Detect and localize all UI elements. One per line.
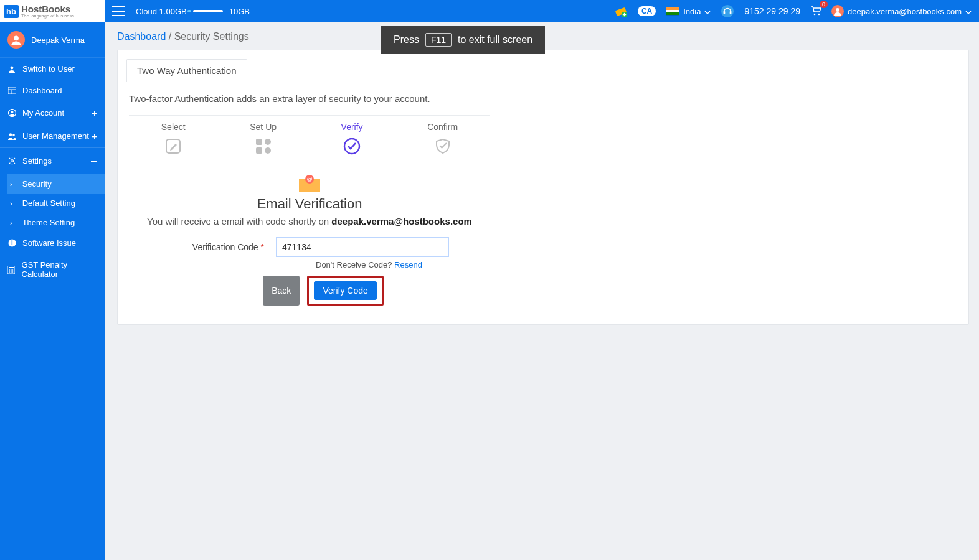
- resend-row: Don't Receive Code? Resend: [129, 260, 490, 269]
- sidebar-item-default-setting[interactable]: ›Default Setting: [7, 194, 105, 213]
- menu-toggle-icon[interactable]: [112, 6, 125, 16]
- security-panel: Two Way Authentication Two-factor Authen…: [117, 50, 969, 325]
- svg-point-28: [265, 139, 271, 145]
- svg-point-5: [814, 13, 816, 15]
- svg-point-25: [12, 271, 14, 273]
- expand-icon: +: [92, 131, 97, 141]
- sidebar-item-security[interactable]: ›Security: [7, 174, 105, 194]
- sidebar-item-switch-user[interactable]: Switch to User: [0, 58, 105, 80]
- ticket-icon[interactable]: [614, 4, 628, 18]
- avatar-icon: [7, 31, 25, 49]
- breadcrumb-root-link[interactable]: Dashboard: [117, 31, 166, 42]
- account-icon: [7, 109, 16, 118]
- email-icon: @: [299, 175, 320, 192]
- verify-button-highlight: Verify Code: [307, 276, 383, 306]
- svg-point-24: [11, 271, 12, 273]
- sidebar-item-theme-setting[interactable]: ›Theme Setting: [7, 213, 105, 232]
- chevron-right-icon: ›: [10, 219, 12, 226]
- sidebar: Deepak Verma Switch to User Dashboard My…: [0, 22, 105, 560]
- support-icon[interactable]: [721, 4, 734, 18]
- sidebar-user[interactable]: Deepak Verma: [0, 22, 105, 58]
- tab-two-way-auth[interactable]: Two Way Authentication: [126, 59, 247, 82]
- resend-link[interactable]: Resend: [394, 260, 422, 269]
- shield-icon: [432, 136, 453, 157]
- main-content: Dashboard / Security Settings Two Way Au…: [105, 22, 979, 560]
- step-setup: Set Up: [250, 122, 277, 157]
- svg-point-8: [14, 36, 19, 41]
- verify-code-button[interactable]: Verify Code: [314, 281, 376, 300]
- cart-icon[interactable]: 0: [810, 6, 821, 17]
- country-selector[interactable]: India: [666, 7, 711, 16]
- support-phone: 9152 29 29 29: [744, 6, 800, 16]
- svg-text:i: i: [11, 240, 13, 246]
- svg-rect-19: [9, 267, 14, 268]
- cloud-label: Cloud 1.00GB: [136, 7, 187, 16]
- sidebar-item-my-account[interactable]: My Account +: [0, 101, 105, 124]
- svg-rect-10: [8, 87, 16, 94]
- svg-point-13: [9, 133, 12, 136]
- email-verify-block: @ Email Verification You will receive a …: [129, 175, 490, 306]
- brand-name: HostBooks: [21, 4, 74, 14]
- svg-point-12: [11, 111, 13, 113]
- sidebar-username: Deepak Verma: [31, 35, 85, 45]
- svg-point-14: [12, 134, 15, 136]
- svg-point-23: [9, 271, 11, 273]
- brand-tagline: The language of business: [21, 14, 74, 18]
- verification-code-row: Verification Code *: [129, 238, 490, 256]
- sidebar-item-dashboard[interactable]: Dashboard: [0, 80, 105, 101]
- step-indicator: Select Set Up Verify Confirm: [129, 115, 490, 166]
- svg-rect-4: [730, 11, 732, 14]
- svg-rect-29: [256, 147, 262, 154]
- country-label: India: [683, 7, 701, 16]
- breadcrumb-current: Security Settings: [174, 31, 249, 42]
- step-select: Select: [161, 122, 186, 157]
- topbar: hb HostBooks The language of business Cl…: [0, 0, 979, 22]
- calculator-icon: [7, 265, 16, 274]
- tab-strip: Two Way Authentication: [118, 50, 968, 82]
- chevron-down-icon: [965, 7, 972, 16]
- svg-rect-27: [256, 139, 262, 145]
- user-menu[interactable]: deepak.verma@hostbooks.com: [831, 5, 972, 17]
- sidebar-item-user-management[interactable]: User Management +: [0, 124, 105, 147]
- sidebar-item-software-issue[interactable]: i Software Issue: [0, 232, 105, 254]
- svg-point-15: [11, 160, 13, 162]
- verification-code-label: Verification Code *: [171, 242, 264, 252]
- svg-point-20: [9, 269, 11, 271]
- svg-point-21: [11, 269, 12, 271]
- info-icon: i: [7, 239, 16, 248]
- collapse-icon: –: [91, 154, 97, 167]
- back-button[interactable]: Back: [263, 276, 300, 306]
- verify-subtitle: You will receive a email with code short…: [129, 216, 490, 226]
- sidebar-item-gst-calculator[interactable]: GST Penalty Calculator: [0, 254, 105, 285]
- chevron-down-icon: [704, 7, 711, 16]
- svg-point-2: [721, 5, 734, 17]
- sidebar-item-settings[interactable]: Settings –: [0, 147, 105, 174]
- two-fa-description: Two-factor Authentication adds an extra …: [118, 82, 968, 106]
- cloud-progress-bar: [193, 10, 223, 12]
- verification-code-input[interactable]: [277, 238, 448, 256]
- svg-point-30: [265, 147, 271, 154]
- dashboard-icon: [7, 86, 16, 95]
- chevron-right-icon: ›: [10, 200, 12, 207]
- check-circle-icon: [341, 136, 362, 157]
- svg-rect-3: [724, 11, 726, 14]
- fullscreen-tip: Press F11 to exit full screen: [381, 26, 545, 54]
- chevron-right-icon: ›: [10, 180, 12, 188]
- brand-logo[interactable]: hb HostBooks The language of business: [0, 0, 105, 22]
- user-email-label: deepak.verma@hostbooks.com: [848, 7, 962, 16]
- cloud-total: 10GB: [229, 7, 250, 16]
- cart-count-badge: 0: [820, 1, 828, 8]
- expand-icon: +: [92, 108, 97, 118]
- brand-hb: hb: [4, 5, 19, 18]
- edit-icon: [163, 136, 184, 157]
- cloud-usage: Cloud 1.00GB 10GB: [136, 7, 250, 16]
- svg-point-9: [11, 66, 14, 69]
- verify-title: Email Verification: [129, 196, 490, 212]
- grid-icon: [253, 136, 274, 157]
- svg-point-7: [836, 8, 839, 12]
- user-icon: [7, 65, 16, 73]
- avatar-icon: [831, 5, 844, 17]
- ca-badge[interactable]: CA: [638, 6, 656, 16]
- step-verify: Verify: [341, 122, 363, 157]
- step-confirm: Confirm: [427, 122, 458, 157]
